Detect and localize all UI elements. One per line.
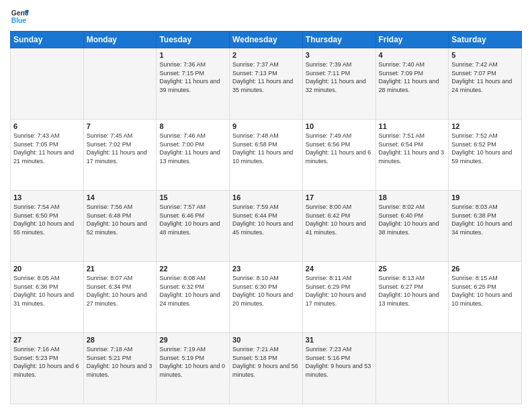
day-content: Sunrise: 7:51 AM Sunset: 6:54 PM Dayligh… bbox=[379, 132, 446, 165]
day-content: Sunrise: 7:56 AM Sunset: 6:48 PM Dayligh… bbox=[87, 203, 154, 236]
calendar-cell: 23Sunrise: 8:10 AM Sunset: 6:30 PM Dayli… bbox=[230, 262, 303, 333]
weekday-header-row: SundayMondayTuesdayWednesdayThursdayFrid… bbox=[11, 32, 522, 48]
day-content: Sunrise: 8:03 AM Sunset: 6:38 PM Dayligh… bbox=[451, 203, 519, 236]
day-content: Sunrise: 7:18 AM Sunset: 5:21 PM Dayligh… bbox=[87, 345, 154, 379]
calendar-cell: 19Sunrise: 8:03 AM Sunset: 6:38 PM Dayli… bbox=[449, 191, 522, 262]
calendar-cell: 24Sunrise: 8:11 AM Sunset: 6:29 PM Dayli… bbox=[302, 262, 375, 333]
weekday-header: Sunday bbox=[11, 32, 84, 48]
calendar-cell: 5Sunrise: 7:42 AM Sunset: 7:07 PM Daylig… bbox=[449, 48, 522, 120]
day-content: Sunrise: 7:37 AM Sunset: 7:13 PM Dayligh… bbox=[232, 60, 300, 94]
weekday-header: Wednesday bbox=[230, 32, 303, 48]
day-number: 14 bbox=[87, 193, 154, 201]
calendar-cell bbox=[449, 333, 522, 404]
calendar-cell: 17Sunrise: 8:00 AM Sunset: 6:42 PM Dayli… bbox=[302, 191, 375, 262]
day-content: Sunrise: 8:15 AM Sunset: 6:25 PM Dayligh… bbox=[451, 274, 519, 308]
day-content: Sunrise: 8:13 AM Sunset: 6:27 PM Dayligh… bbox=[379, 274, 446, 308]
calendar-cell: 27Sunrise: 7:16 AM Sunset: 5:23 PM Dayli… bbox=[11, 333, 84, 404]
day-content: Sunrise: 7:49 AM Sunset: 6:56 PM Dayligh… bbox=[306, 132, 373, 165]
day-number: 5 bbox=[451, 51, 519, 59]
day-content: Sunrise: 7:52 AM Sunset: 6:52 PM Dayligh… bbox=[451, 132, 519, 165]
calendar-cell: 26Sunrise: 8:15 AM Sunset: 6:25 PM Dayli… bbox=[449, 262, 522, 333]
day-content: Sunrise: 7:23 AM Sunset: 5:16 PM Dayligh… bbox=[306, 345, 373, 379]
calendar-cell: 1Sunrise: 7:36 AM Sunset: 7:15 PM Daylig… bbox=[157, 48, 230, 120]
logo-icon: General Blue bbox=[10, 7, 29, 26]
calendar-cell: 22Sunrise: 8:08 AM Sunset: 6:32 PM Dayli… bbox=[157, 262, 230, 333]
calendar-cell: 8Sunrise: 7:46 AM Sunset: 7:00 PM Daylig… bbox=[157, 120, 230, 191]
day-number: 1 bbox=[159, 51, 226, 59]
day-content: Sunrise: 7:45 AM Sunset: 7:02 PM Dayligh… bbox=[87, 132, 154, 165]
day-content: Sunrise: 7:42 AM Sunset: 7:07 PM Dayligh… bbox=[451, 60, 519, 94]
day-number: 2 bbox=[232, 51, 300, 59]
day-content: Sunrise: 8:11 AM Sunset: 6:29 PM Dayligh… bbox=[306, 274, 373, 308]
calendar-cell: 21Sunrise: 8:07 AM Sunset: 6:34 PM Dayli… bbox=[83, 262, 157, 333]
day-number: 6 bbox=[13, 122, 81, 130]
calendar-cell: 3Sunrise: 7:39 AM Sunset: 7:11 PM Daylig… bbox=[302, 48, 375, 120]
day-number: 21 bbox=[87, 265, 154, 273]
calendar-week-row: 1Sunrise: 7:36 AM Sunset: 7:15 PM Daylig… bbox=[11, 48, 522, 120]
calendar-cell: 14Sunrise: 7:56 AM Sunset: 6:48 PM Dayli… bbox=[83, 191, 157, 262]
day-number: 7 bbox=[87, 122, 154, 130]
calendar-cell: 4Sunrise: 7:40 AM Sunset: 7:09 PM Daylig… bbox=[375, 48, 449, 120]
day-number: 15 bbox=[159, 193, 226, 201]
day-content: Sunrise: 7:57 AM Sunset: 6:46 PM Dayligh… bbox=[159, 203, 226, 236]
day-number: 23 bbox=[232, 265, 300, 273]
calendar-cell: 25Sunrise: 8:13 AM Sunset: 6:27 PM Dayli… bbox=[375, 262, 449, 333]
calendar-cell: 10Sunrise: 7:49 AM Sunset: 6:56 PM Dayli… bbox=[302, 120, 375, 191]
day-number: 13 bbox=[13, 193, 81, 201]
weekday-header: Monday bbox=[83, 32, 157, 48]
day-number: 30 bbox=[232, 336, 300, 344]
day-number: 31 bbox=[306, 336, 373, 344]
day-number: 8 bbox=[159, 122, 226, 130]
day-content: Sunrise: 8:07 AM Sunset: 6:34 PM Dayligh… bbox=[87, 274, 154, 308]
page: General Blue SundayMondayTuesdayWednesda… bbox=[0, 0, 532, 411]
day-number: 16 bbox=[232, 193, 300, 201]
day-content: Sunrise: 7:16 AM Sunset: 5:23 PM Dayligh… bbox=[13, 345, 81, 379]
day-content: Sunrise: 7:48 AM Sunset: 6:58 PM Dayligh… bbox=[232, 132, 300, 165]
day-content: Sunrise: 7:39 AM Sunset: 7:11 PM Dayligh… bbox=[306, 60, 373, 94]
day-content: Sunrise: 8:08 AM Sunset: 6:32 PM Dayligh… bbox=[159, 274, 226, 308]
day-content: Sunrise: 8:05 AM Sunset: 6:36 PM Dayligh… bbox=[13, 274, 81, 308]
calendar-cell: 15Sunrise: 7:57 AM Sunset: 6:46 PM Dayli… bbox=[157, 191, 230, 262]
svg-text:Blue: Blue bbox=[11, 17, 27, 24]
calendar-cell bbox=[11, 48, 84, 120]
calendar-cell: 29Sunrise: 7:19 AM Sunset: 5:19 PM Dayli… bbox=[157, 333, 230, 404]
calendar-cell: 11Sunrise: 7:51 AM Sunset: 6:54 PM Dayli… bbox=[375, 120, 449, 191]
weekday-header: Saturday bbox=[449, 32, 522, 48]
calendar-cell: 7Sunrise: 7:45 AM Sunset: 7:02 PM Daylig… bbox=[83, 120, 157, 191]
calendar-cell bbox=[375, 333, 449, 404]
calendar-cell: 18Sunrise: 8:02 AM Sunset: 6:40 PM Dayli… bbox=[375, 191, 449, 262]
calendar-week-row: 6Sunrise: 7:43 AM Sunset: 7:05 PM Daylig… bbox=[11, 120, 522, 191]
logo: General Blue bbox=[10, 7, 29, 26]
day-content: Sunrise: 8:10 AM Sunset: 6:30 PM Dayligh… bbox=[232, 274, 300, 308]
day-content: Sunrise: 7:46 AM Sunset: 7:00 PM Dayligh… bbox=[159, 132, 226, 165]
day-number: 19 bbox=[451, 193, 519, 201]
day-content: Sunrise: 8:00 AM Sunset: 6:42 PM Dayligh… bbox=[306, 203, 373, 236]
weekday-header: Thursday bbox=[302, 32, 375, 48]
calendar-cell: 2Sunrise: 7:37 AM Sunset: 7:13 PM Daylig… bbox=[230, 48, 303, 120]
day-number: 25 bbox=[379, 265, 446, 273]
calendar-cell bbox=[83, 48, 157, 120]
calendar-cell: 13Sunrise: 7:54 AM Sunset: 6:50 PM Dayli… bbox=[11, 191, 84, 262]
calendar-week-row: 27Sunrise: 7:16 AM Sunset: 5:23 PM Dayli… bbox=[11, 333, 522, 404]
weekday-header: Tuesday bbox=[157, 32, 230, 48]
day-content: Sunrise: 7:43 AM Sunset: 7:05 PM Dayligh… bbox=[13, 132, 81, 165]
day-content: Sunrise: 7:54 AM Sunset: 6:50 PM Dayligh… bbox=[13, 203, 81, 236]
day-content: Sunrise: 7:59 AM Sunset: 6:44 PM Dayligh… bbox=[232, 203, 300, 236]
header: General Blue bbox=[10, 7, 522, 26]
day-number: 24 bbox=[306, 265, 373, 273]
day-number: 3 bbox=[306, 51, 373, 59]
calendar-cell: 20Sunrise: 8:05 AM Sunset: 6:36 PM Dayli… bbox=[11, 262, 84, 333]
day-number: 20 bbox=[13, 265, 81, 273]
calendar-cell: 30Sunrise: 7:21 AM Sunset: 5:18 PM Dayli… bbox=[230, 333, 303, 404]
day-content: Sunrise: 7:36 AM Sunset: 7:15 PM Dayligh… bbox=[159, 60, 226, 94]
day-content: Sunrise: 7:21 AM Sunset: 5:18 PM Dayligh… bbox=[232, 345, 300, 379]
day-number: 18 bbox=[379, 193, 446, 201]
calendar-week-row: 13Sunrise: 7:54 AM Sunset: 6:50 PM Dayli… bbox=[11, 191, 522, 262]
day-number: 9 bbox=[232, 122, 300, 130]
day-content: Sunrise: 7:19 AM Sunset: 5:19 PM Dayligh… bbox=[159, 345, 226, 379]
day-number: 26 bbox=[451, 265, 519, 273]
day-number: 28 bbox=[87, 336, 154, 344]
calendar-cell: 28Sunrise: 7:18 AM Sunset: 5:21 PM Dayli… bbox=[83, 333, 157, 404]
day-number: 17 bbox=[306, 193, 373, 201]
calendar-cell: 6Sunrise: 7:43 AM Sunset: 7:05 PM Daylig… bbox=[11, 120, 84, 191]
